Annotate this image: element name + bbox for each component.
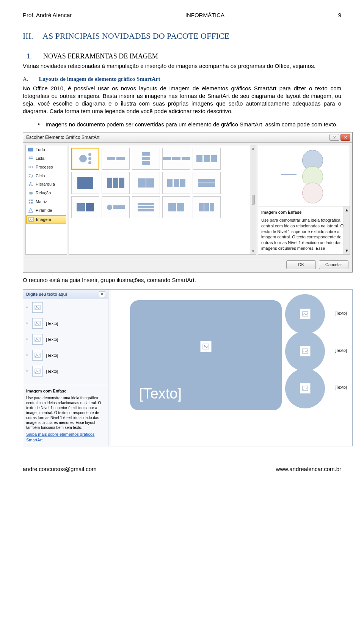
tp-foot-body: Use para demonstrar uma ideia fotográfic… bbox=[26, 396, 105, 430]
cycle-icon bbox=[28, 173, 33, 178]
picture-placeholder-icon[interactable] bbox=[300, 383, 311, 394]
svg-point-26 bbox=[36, 338, 37, 339]
svg-point-20 bbox=[30, 218, 31, 219]
bullet-icon: • bbox=[26, 320, 29, 326]
smartart-link[interactable]: SmartArt bbox=[26, 437, 105, 443]
cat-label: Tudo bbox=[36, 147, 45, 153]
smartart-thumb[interactable] bbox=[102, 148, 130, 170]
text-pane-footer: Imagem com Ênfase Use para demonstrar um… bbox=[23, 385, 108, 446]
dialog-body: Tudo Lista Processo Ciclo Hierarquia Rel… bbox=[23, 143, 352, 257]
smartart-thumb[interactable] bbox=[132, 196, 160, 218]
text-pane-item-label: [Texto] bbox=[46, 369, 58, 374]
section-heading: III. AS PRINCIPAIS NOVIDADES DO PACOTE O… bbox=[23, 30, 341, 42]
cat-ciclo[interactable]: Ciclo bbox=[26, 172, 67, 180]
smartart-thumb[interactable] bbox=[162, 148, 190, 170]
text-pane-item[interactable]: • bbox=[26, 302, 105, 313]
picture-placeholder-icon bbox=[32, 366, 43, 377]
svg-point-32 bbox=[204, 345, 205, 346]
pyramid-icon bbox=[28, 208, 33, 213]
scroll-up-icon: ▲ bbox=[251, 146, 255, 151]
preview-title: Imagem com Ênfase bbox=[261, 210, 347, 215]
picture-placeholder-icon[interactable] bbox=[300, 346, 311, 356]
text-pane-item[interactable]: • [Texto] bbox=[26, 334, 105, 345]
picture-placeholder-icon bbox=[32, 350, 43, 361]
cat-matriz[interactable]: Matriz bbox=[26, 197, 67, 206]
side-shape-2[interactable] bbox=[285, 331, 325, 371]
paragraph-1: Várias novidades relacionadas à manipula… bbox=[23, 62, 341, 70]
side-shape-1[interactable] bbox=[285, 294, 325, 334]
text-pane-title: Digite seu texto aqui bbox=[26, 292, 67, 297]
text-pane-body: • • [Texto] • [Texto] • [Texto] • [ bbox=[23, 299, 108, 385]
preview-image bbox=[258, 145, 350, 206]
text-pane-item[interactable]: • [Texto] bbox=[26, 366, 105, 377]
close-button[interactable]: ✕ bbox=[340, 134, 350, 141]
smartart-thumb[interactable] bbox=[193, 148, 221, 170]
smartart-thumb[interactable] bbox=[193, 196, 221, 218]
smartart-thumb[interactable] bbox=[162, 172, 190, 194]
smartart-thumb[interactable] bbox=[102, 196, 130, 218]
cat-tudo[interactable]: Tudo bbox=[26, 145, 67, 154]
smartart-thumb[interactable] bbox=[71, 172, 99, 194]
main-caption[interactable]: [Texto] bbox=[139, 384, 182, 403]
section-title: AS PRINCIPAIS NOVIDADES DO PACOTE OFFICE bbox=[42, 30, 229, 42]
footer-site: www.andrealencar.com.br bbox=[276, 465, 341, 473]
bullet-icon: • bbox=[26, 336, 29, 342]
cat-lista[interactable]: Lista bbox=[26, 154, 67, 163]
side-label-2[interactable]: [Texto] bbox=[335, 348, 347, 353]
svg-rect-9 bbox=[30, 182, 31, 183]
gallery-scrollbar[interactable]: ▲ ▼ bbox=[250, 145, 256, 254]
picture-placeholder-icon[interactable] bbox=[300, 309, 311, 319]
smartart-thumb[interactable] bbox=[132, 148, 160, 170]
help-button[interactable]: ? bbox=[329, 134, 339, 141]
cat-label: Ciclo bbox=[36, 173, 45, 179]
cat-relacao[interactable]: Relação bbox=[26, 189, 67, 197]
svg-rect-17 bbox=[31, 202, 33, 203]
main-shape[interactable]: [Texto] bbox=[130, 300, 282, 410]
bullet-list: Imagens no documento podem ser convertid… bbox=[23, 121, 341, 128]
cat-label: Hierarquia bbox=[36, 181, 55, 187]
svg-marker-18 bbox=[29, 208, 33, 213]
dialog-button-row: OK Cancelar bbox=[23, 257, 352, 272]
relation-icon bbox=[28, 191, 33, 196]
bullet-icon: • bbox=[26, 368, 29, 374]
gallery-grid bbox=[69, 145, 250, 254]
svg-rect-11 bbox=[31, 185, 33, 186]
side-shape-3[interactable] bbox=[285, 369, 325, 408]
desc-scrollbar[interactable]: ▲ ▼ bbox=[344, 206, 350, 254]
picture-placeholder-icon bbox=[32, 302, 43, 313]
text-pane-item-label: [Texto] bbox=[46, 321, 58, 326]
smartart-thumb[interactable] bbox=[71, 148, 99, 170]
process-icon bbox=[28, 164, 33, 170]
smartart-thumb[interactable] bbox=[162, 196, 190, 218]
smartart-thumb[interactable] bbox=[193, 172, 221, 194]
preview-description: Imagem com Ênfase Use para demonstrar um… bbox=[258, 206, 350, 254]
text-pane-item-label: [Texto] bbox=[46, 337, 58, 342]
side-label-3[interactable]: [Texto] bbox=[335, 384, 347, 390]
cat-hierarquia[interactable]: Hierarquia bbox=[26, 180, 67, 189]
cat-processo[interactable]: Processo bbox=[26, 163, 67, 172]
side-label-1[interactable]: [Texto] bbox=[335, 310, 347, 316]
cat-imagem[interactable]: Imagem bbox=[26, 215, 66, 224]
text-pane-item[interactable]: • [Texto] bbox=[26, 350, 105, 361]
cat-label: Imagem bbox=[36, 217, 51, 222]
cat-label: Relação bbox=[36, 190, 51, 196]
svg-rect-1 bbox=[29, 157, 30, 158]
scrollbar-thumb[interactable] bbox=[252, 195, 255, 205]
smartart-thumb[interactable] bbox=[71, 196, 99, 218]
smartart-dialog: Escolher Elemento Gráfico SmartArt ? ✕ T… bbox=[23, 132, 353, 273]
matrix-icon bbox=[28, 199, 33, 204]
smartart-thumb[interactable] bbox=[102, 172, 130, 194]
learn-more-link[interactable]: Saiba mais sobre elementos gráficos bbox=[26, 432, 105, 437]
smartart-thumb[interactable] bbox=[132, 172, 160, 194]
footer-email: andre.concursos@gmail.com bbox=[23, 465, 96, 473]
header-author: Prof. André Alencar bbox=[23, 11, 72, 19]
svg-point-22 bbox=[36, 306, 37, 307]
ok-button[interactable]: OK bbox=[286, 260, 316, 269]
sub-number: 1. bbox=[23, 52, 32, 61]
text-pane-item[interactable]: • [Texto] bbox=[26, 318, 105, 329]
cancel-button[interactable]: Cancelar bbox=[319, 260, 348, 269]
picture-placeholder-icon[interactable] bbox=[200, 341, 212, 352]
cat-piramide[interactable]: Pirâmide bbox=[26, 206, 67, 215]
smartart-canvas[interactable]: [Texto] [Texto] [Texto] [Texto] bbox=[111, 290, 352, 446]
close-textpane-button[interactable]: ✕ bbox=[99, 291, 105, 297]
